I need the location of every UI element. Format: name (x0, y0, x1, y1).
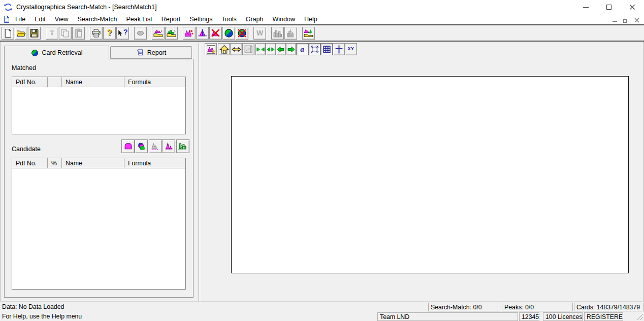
minimize-icon (583, 7, 589, 8)
arrows-outward-icon (266, 45, 275, 54)
fit-peaks-button[interactable] (196, 27, 209, 40)
candidate-preview-peaks-button[interactable] (162, 139, 175, 153)
expand-x-button[interactable] (266, 43, 276, 55)
candidate-preview-gray-button[interactable] (149, 139, 162, 153)
candidate-col-name[interactable]: Name (62, 158, 124, 168)
menu-view[interactable]: View (50, 15, 73, 24)
import-pattern-button[interactable] (165, 27, 178, 40)
matched-col-formula[interactable]: Formula (124, 77, 185, 87)
annotate-button[interactable]: a (296, 43, 308, 55)
crosshair-button[interactable] (333, 43, 345, 55)
graph-export-button[interactable] (205, 43, 217, 55)
new-document-button[interactable] (2, 27, 14, 40)
mdi-restore-button[interactable] (622, 16, 629, 23)
candidate-card-view-button[interactable] (121, 139, 135, 153)
w-icon: W (256, 29, 263, 37)
menu-tools[interactable]: Tools (217, 15, 241, 24)
save-button[interactable] (28, 27, 41, 40)
candidate-col-percent[interactable]: % (48, 158, 62, 168)
peaks-magenta-icon (164, 141, 174, 151)
export-pattern-button[interactable] (302, 27, 315, 40)
print-button[interactable] (90, 27, 103, 40)
cut-button: ✂ (46, 27, 58, 40)
mdi-restore-icon (623, 18, 628, 23)
candidate-table-header: Pdf No. % Name Formula (12, 158, 185, 168)
sphere-icon (224, 28, 234, 38)
matched-col-name[interactable]: Name (62, 77, 124, 87)
candidate-col-pdf-no[interactable]: Pdf No. (12, 158, 48, 168)
home-view-button[interactable] (218, 43, 230, 55)
menu-graph[interactable]: Graph (241, 15, 268, 24)
candidate-col-formula[interactable]: Formula (124, 158, 185, 168)
sphere-delete-icon (237, 28, 247, 38)
matched-table-body[interactable] (12, 87, 185, 134)
menu-help[interactable]: Help (300, 15, 322, 24)
context-help-button[interactable]: ? (116, 27, 129, 40)
save-icon (29, 28, 39, 38)
menu-report[interactable]: Report (157, 15, 185, 24)
compress-x-button[interactable] (255, 43, 266, 55)
diffraction-plot-area[interactable] (231, 76, 629, 273)
cards-multi-icon (137, 141, 146, 151)
histogram-error-tool-button (284, 27, 297, 40)
import-peaks-button[interactable] (152, 27, 165, 40)
open-button[interactable] (15, 27, 27, 40)
mdi-controls (611, 16, 640, 23)
arrow-right-icon (286, 45, 296, 54)
tab-card-retrieval-label: Card Retrieval (42, 49, 83, 56)
tab-report[interactable]: Report (110, 46, 192, 59)
blob-icon (137, 31, 144, 35)
menu-settings[interactable]: Settings (185, 15, 217, 24)
candidate-cards-overlay-button[interactable] (135, 139, 148, 153)
candidate-preview-bars-button[interactable] (176, 139, 189, 153)
mdi-minimize-button[interactable] (611, 16, 618, 23)
menu-window[interactable]: Window (268, 15, 299, 24)
stretch-arrow-icon (232, 45, 241, 54)
document-icon[interactable] (3, 15, 11, 23)
menu-search-match[interactable]: Search-Match (73, 15, 122, 24)
stretch-x-button[interactable] (230, 43, 242, 55)
menu-peak-list[interactable]: Peak List (121, 15, 156, 24)
status-data: Data: No Data Loaded (2, 303, 64, 310)
search-match-button[interactable] (222, 27, 235, 40)
close-icon (629, 4, 635, 10)
print-icon (91, 28, 101, 38)
pan-right-button[interactable] (286, 43, 296, 55)
maximize-button[interactable] (597, 0, 621, 14)
candidate-table-body[interactable] (12, 168, 185, 289)
card-retrieval-panel: Matched Pdf No. Name Formula Candidate (4, 59, 194, 298)
matched-col-pdf-no[interactable]: Pdf No. (12, 77, 48, 87)
pan-left-button[interactable] (276, 43, 286, 55)
zoom-box-icon (310, 45, 319, 54)
grid-icon (322, 45, 332, 54)
resize-grip[interactable] (635, 312, 643, 320)
menu-edit[interactable]: Edit (30, 15, 50, 24)
zoom-box-button[interactable] (308, 43, 320, 55)
status-licences: 100 Licences (543, 312, 583, 321)
annotate-a-icon: a (300, 46, 304, 53)
clear-match-button[interactable] (236, 27, 248, 40)
export-pattern-icon (304, 28, 313, 38)
status-peaks: Peaks: 0/0 (502, 303, 573, 311)
paste-icon (74, 28, 83, 38)
tab-card-retrieval[interactable]: Card Retrieval (4, 46, 109, 59)
w-tool-button: W (253, 27, 266, 40)
help-button[interactable]: ? (103, 27, 116, 40)
matched-table: Pdf No. Name Formula (12, 77, 186, 134)
edit-peaks-button[interactable] (183, 27, 196, 40)
delete-peaks-button[interactable] (209, 27, 222, 40)
histogram-icon (273, 28, 282, 38)
status-cards: Cards: 148379/148379 (574, 303, 644, 311)
close-button[interactable] (621, 0, 644, 14)
xy-readout-button[interactable]: XY (345, 43, 357, 55)
mdi-close-button[interactable] (633, 16, 640, 23)
matched-col-blank[interactable] (48, 77, 62, 87)
candidate-table: Pdf No. % Name Formula (12, 158, 186, 290)
arrows-inward-icon (256, 45, 265, 54)
panel-splitter[interactable] (199, 43, 201, 301)
grid-button[interactable] (320, 43, 333, 55)
minimize-button[interactable] (574, 0, 597, 14)
graph-window-button (242, 43, 254, 55)
matched-section-label: Matched (12, 64, 36, 72)
menu-file[interactable]: File (11, 15, 30, 24)
